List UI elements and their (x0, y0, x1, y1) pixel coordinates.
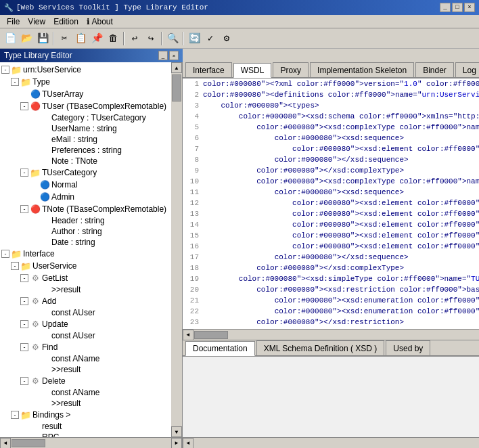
tree-item[interactable]: -⚙Find (1, 341, 170, 353)
menu-file[interactable]: File (3, 16, 24, 27)
maximize-button[interactable]: □ (452, 3, 463, 12)
tree-toggle[interactable]: - (20, 297, 28, 305)
tree-item[interactable]: -⚙Delete (1, 375, 170, 387)
tree-item[interactable]: Category : TUserCategory (1, 112, 170, 123)
toolbar-copy-button[interactable]: 📋 (73, 31, 88, 46)
tree-item[interactable]: -📁UserService (1, 260, 170, 272)
toolbar-cut-button[interactable]: ✂ (57, 31, 72, 46)
tree-item[interactable]: Header : string (1, 215, 170, 226)
tree-item[interactable]: RPC (1, 432, 170, 437)
tree-item[interactable]: 🔵Normal (1, 179, 170, 191)
tree-item[interactable]: 🔵TUserArray (1, 88, 170, 100)
toolbar-new-button[interactable]: 📄 (3, 31, 18, 46)
toolbar-find-button[interactable]: 🔍 (165, 31, 180, 46)
tree-item-label: TNote (TBaseComplexRemotable) (42, 204, 166, 214)
tree-item[interactable]: >>result (1, 284, 170, 295)
toolbar-refresh-button[interactable]: 🔄 (187, 31, 202, 46)
tree-toggle[interactable]: - (20, 274, 28, 282)
toolbar-undo-button[interactable]: ↩ (127, 31, 142, 46)
line-number: 18 (184, 264, 203, 272)
toolbar-settings-button[interactable]: ⚙ (219, 31, 234, 46)
toolbar-check-button[interactable]: ✓ (203, 31, 218, 46)
toolbar-save-button[interactable]: 💾 (35, 31, 50, 46)
toolbar-delete-button[interactable]: 🗑 (106, 31, 120, 46)
bottom-content[interactable] (183, 357, 479, 437)
tree-item[interactable]: -⚙Update (1, 318, 170, 330)
tree-item[interactable]: Date : string (1, 237, 170, 248)
tab-interface[interactable]: Interface (185, 62, 232, 77)
tree-item[interactable]: -🔴TNote (TBaseComplexRemotable) (1, 203, 170, 215)
tree-toggle[interactable]: - (20, 343, 28, 351)
tree-item[interactable]: -🔴TUser (TBaseComplexRemotable) (1, 100, 170, 112)
tree-item[interactable]: -📁TUserCategory (1, 166, 170, 179)
scroll-down-arrow[interactable]: ▼ (171, 426, 182, 437)
close-button[interactable]: × (464, 3, 475, 12)
tree-item[interactable]: const AName (1, 387, 170, 398)
tree-toggle[interactable]: - (11, 78, 19, 86)
tree-item[interactable]: Preferences : string (1, 145, 170, 156)
bottom-scroll-left[interactable]: ◄ (183, 438, 193, 449)
tree-item[interactable]: -📁Interface (1, 248, 170, 260)
tree-toggle[interactable]: - (1, 66, 9, 74)
minimize-button[interactable]: _ (440, 3, 451, 12)
tree-node-icon: 📁 (11, 64, 22, 75)
tree-item[interactable]: -📁Type (1, 76, 170, 88)
menu-about[interactable]: ℹ About (83, 16, 117, 27)
bottom-tab-used-by[interactable]: Used by (386, 340, 430, 355)
tree-item[interactable]: >>result (1, 364, 170, 375)
tree-item[interactable]: >>result (1, 398, 170, 409)
tree-container[interactable]: -📁urn:UserService-📁Type🔵TUserArray-🔴TUse… (0, 62, 171, 437)
main-container: Type Library Editor _ × -📁urn:UserServic… (0, 49, 479, 448)
tree-item[interactable]: const AName (1, 353, 170, 364)
bottom-tab-documentation[interactable]: Documentation (185, 341, 255, 356)
tree-item[interactable]: -📁Bindings > (1, 409, 170, 421)
left-h-scrollbar[interactable]: ◄ ► (0, 437, 182, 448)
toolbar-paste-button[interactable]: 📌 (89, 31, 104, 46)
tree-item[interactable]: -⚙Add (1, 295, 170, 307)
tab-implementation-skeleton[interactable]: Implementation Skeleton (310, 62, 414, 77)
xml-editor[interactable]: 1color:#000080"><?xml color:#ff0000">ver… (183, 79, 479, 329)
scroll-up-arrow[interactable]: ▲ (171, 62, 182, 73)
tree-toggle[interactable]: - (11, 411, 19, 419)
tree-item[interactable]: eMail : string (1, 134, 170, 145)
tree-item-label: const AUser (51, 308, 95, 317)
tree-item[interactable]: -📁urn:UserService (1, 64, 170, 76)
tree-item[interactable]: const AUser (1, 307, 170, 318)
xml-h-scrollbar[interactable]: ◄ ► (183, 329, 479, 340)
left-scroll-right[interactable]: ► (171, 438, 182, 449)
menu-edition[interactable]: Edition (49, 16, 83, 27)
left-v-scrollbar[interactable]: ▲ ▼ (171, 62, 182, 437)
xml-scroll-thumb[interactable] (194, 331, 228, 339)
tab-binder[interactable]: Binder (415, 62, 454, 77)
toolbar-redo-button[interactable]: ↪ (143, 31, 158, 46)
title-bar-controls[interactable]: _ □ × (440, 3, 475, 12)
tree-item[interactable]: -⚙GetList (1, 272, 170, 284)
xml-scroll-left[interactable]: ◄ (183, 330, 193, 340)
tab-wsdl[interactable]: WSDL (233, 63, 272, 78)
tree-toggle[interactable]: - (20, 205, 28, 213)
menu-view[interactable]: View (24, 16, 49, 27)
scroll-thumb[interactable] (172, 74, 181, 102)
tab-proxy[interactable]: Proxy (273, 62, 309, 77)
toolbar-open-button[interactable]: 📂 (19, 31, 34, 46)
tree-item[interactable]: Author : string (1, 226, 170, 237)
left-scroll-left[interactable]: ◄ (0, 438, 11, 449)
tree-toggle[interactable]: - (20, 377, 28, 385)
tree-toggle[interactable]: - (20, 320, 28, 328)
left-scroll-thumb[interactable] (12, 439, 45, 447)
tree-toggle[interactable]: - (11, 262, 19, 270)
xml-line: 3 color:#000080"><types> (184, 102, 479, 112)
tree-item[interactable]: UserName : string (1, 123, 170, 134)
tree-item[interactable]: 🔵Admin (1, 191, 170, 203)
tree-toggle[interactable]: - (20, 102, 28, 110)
tree-item[interactable]: result (1, 421, 170, 432)
left-panel-min-button[interactable]: _ (158, 51, 168, 60)
tree-item[interactable]: const AUser (1, 330, 170, 341)
bottom-h-scrollbar[interactable]: ◄ ► (183, 437, 479, 448)
tree-toggle[interactable]: - (20, 169, 28, 177)
tab-log[interactable]: Log (455, 62, 479, 77)
bottom-tab-xml-schema-definition---xsd--[interactable]: XML Schema Definition ( XSD ) (256, 340, 385, 355)
left-panel-close-button[interactable]: × (169, 51, 179, 60)
tree-toggle[interactable]: - (1, 250, 9, 258)
tree-item[interactable]: Note : TNote (1, 156, 170, 166)
